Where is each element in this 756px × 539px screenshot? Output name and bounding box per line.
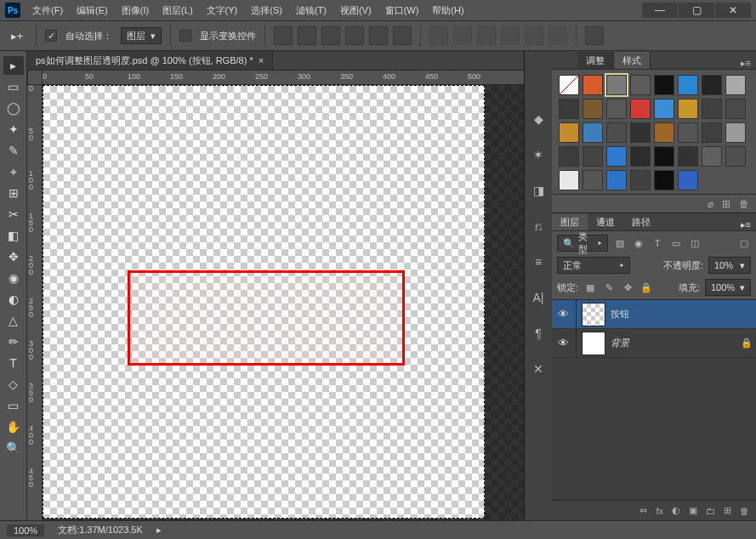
style-swatch[interactable]	[583, 122, 603, 143]
menu-filter[interactable]: 滤镜(T)	[291, 3, 332, 19]
menu-layer[interactable]: 图层(L)	[157, 3, 197, 19]
style-swatch[interactable]	[583, 146, 603, 167]
tool-stamp[interactable]: ◧	[3, 226, 24, 245]
style-swatch[interactable]	[606, 170, 627, 190]
palette-icon-swatches[interactable]: ✶	[530, 146, 547, 163]
auto-select-target-dropdown[interactable]: 图层▾	[121, 27, 162, 44]
style-swatch[interactable]	[678, 99, 698, 119]
style-swatch[interactable]	[725, 99, 746, 119]
style-swatch[interactable]	[654, 122, 674, 143]
filter-smart-icon[interactable]: ◫	[688, 236, 702, 250]
tool-eraser[interactable]: ◉	[3, 269, 24, 287]
align-top-icon[interactable]	[274, 26, 293, 45]
lock-all-icon[interactable]: 🔒	[639, 281, 653, 294]
layer-row[interactable]: 👁背景🔒	[552, 329, 756, 358]
align-bottom-icon[interactable]	[321, 26, 340, 45]
style-swatch[interactable]	[725, 122, 746, 143]
filter-shape-icon[interactable]: ▭	[669, 236, 683, 250]
style-swatch[interactable]	[606, 122, 627, 143]
layer-group-icon[interactable]: 🗀	[706, 506, 715, 516]
panel-menu-icon[interactable]: ▸≡	[736, 58, 756, 69]
palette-icon-character[interactable]: A|	[530, 289, 547, 306]
filter-toggle-icon[interactable]: ▢	[737, 236, 751, 250]
palette-icon-history[interactable]: ⎌	[530, 218, 547, 235]
tool-lasso[interactable]: ◯	[3, 99, 24, 117]
tab-styles[interactable]: 样式	[614, 52, 651, 69]
layer-filter-kind-dropdown[interactable]: 🔍 类型 ‣	[557, 235, 608, 252]
style-swatch[interactable]	[583, 99, 603, 119]
style-swatch[interactable]	[702, 122, 722, 143]
align-hcenter-icon[interactable]	[369, 26, 388, 45]
lock-position-icon[interactable]: ✥	[621, 281, 634, 294]
style-swatch[interactable]	[725, 146, 746, 167]
blend-mode-dropdown[interactable]: 正常 ‣	[557, 257, 630, 274]
canvas[interactable]	[43, 85, 524, 520]
tool-hand[interactable]: ✋	[3, 417, 24, 436]
auto-select-checkbox[interactable]: ✓	[45, 30, 57, 42]
status-arrow-icon[interactable]: ▸	[156, 525, 162, 536]
tool-blur[interactable]: △	[3, 311, 24, 330]
ruler-origin[interactable]	[27, 70, 43, 85]
tool-wand[interactable]: ✦	[3, 120, 24, 139]
window-maximize[interactable]: ▢	[679, 3, 714, 18]
style-swatch[interactable]	[702, 75, 722, 95]
window-close[interactable]: ✕	[715, 3, 751, 18]
tool-move[interactable]: ▸	[3, 56, 24, 75]
new-style-icon[interactable]: ⊞	[722, 198, 730, 210]
window-minimize[interactable]: —	[642, 3, 678, 18]
tool-shape[interactable]: ▭	[3, 396, 24, 415]
filter-type-icon[interactable]: T	[651, 236, 664, 250]
layer-thumbnail[interactable]	[582, 303, 605, 326]
align-left-icon[interactable]	[345, 26, 364, 45]
style-swatch[interactable]	[559, 146, 579, 167]
fill-input[interactable]: 100% ▾	[705, 279, 751, 296]
align-vcenter-icon[interactable]	[298, 26, 316, 45]
ruler-horizontal[interactable]: 050100150200250300350400450500	[43, 70, 524, 85]
menu-select[interactable]: 选择(S)	[246, 3, 287, 19]
tool-heal[interactable]: ⊞	[3, 184, 24, 202]
style-swatch[interactable]	[630, 75, 651, 95]
menu-file[interactable]: 文件(F)	[27, 3, 68, 19]
tool-eyedropper[interactable]: ⌖	[3, 162, 24, 181]
layer-visibility-icon[interactable]: 👁	[555, 307, 571, 322]
show-transform-checkbox[interactable]	[179, 30, 191, 42]
style-swatch[interactable]	[630, 170, 651, 190]
palette-icon-properties[interactable]: ≡	[530, 253, 547, 270]
tool-history-brush[interactable]: ✥	[3, 247, 24, 266]
style-swatch[interactable]	[559, 170, 579, 190]
style-swatch[interactable]	[702, 99, 722, 119]
style-swatch[interactable]	[678, 146, 698, 167]
document-tab[interactable]: ps如何调整图层透明度.psd @ 100% (按钮, RGB/8) * ×	[27, 51, 273, 70]
style-swatch[interactable]	[559, 99, 579, 119]
delete-style-icon[interactable]: 🗑	[739, 198, 749, 210]
tab-adjustments[interactable]: 调整	[577, 52, 614, 69]
style-swatch[interactable]	[654, 99, 674, 119]
style-swatch[interactable]	[583, 170, 603, 190]
palette-icon-libraries[interactable]: ◨	[530, 182, 547, 199]
style-swatch[interactable]	[678, 75, 698, 95]
palette-icon-tools[interactable]: ✕	[530, 360, 547, 377]
style-swatch[interactable]	[654, 170, 674, 190]
link-layers-icon[interactable]: ⇔	[639, 505, 647, 516]
menu-view[interactable]: 视图(V)	[335, 3, 377, 19]
auto-align-icon[interactable]	[585, 26, 604, 45]
lock-transparent-icon[interactable]: ▦	[583, 281, 597, 294]
menu-window[interactable]: 窗口(W)	[380, 3, 424, 19]
tool-crop[interactable]: ✎	[3, 141, 24, 160]
tool-gradient[interactable]: ◐	[3, 290, 24, 309]
menu-type[interactable]: 文字(Y)	[202, 3, 243, 19]
filter-adjust-icon[interactable]: ◉	[632, 236, 645, 250]
style-swatch[interactable]	[559, 122, 579, 143]
filter-pixel-icon[interactable]: ▧	[613, 236, 627, 250]
palette-icon-paragraph[interactable]: ¶	[530, 325, 547, 342]
menu-edit[interactable]: 编辑(E)	[71, 3, 113, 19]
status-zoom[interactable]: 100%	[7, 525, 44, 536]
layer-visibility-icon[interactable]: 👁	[555, 336, 571, 351]
style-swatch[interactable]	[559, 75, 579, 95]
layer-thumbnail[interactable]	[582, 332, 605, 355]
lock-pixels-icon[interactable]: ✎	[602, 281, 616, 294]
style-swatch[interactable]	[606, 75, 627, 95]
tool-marquee[interactable]: ▭	[3, 77, 24, 96]
delete-layer-icon[interactable]: 🗑	[740, 506, 749, 516]
panel-menu-icon[interactable]: ▸≡	[736, 219, 756, 230]
